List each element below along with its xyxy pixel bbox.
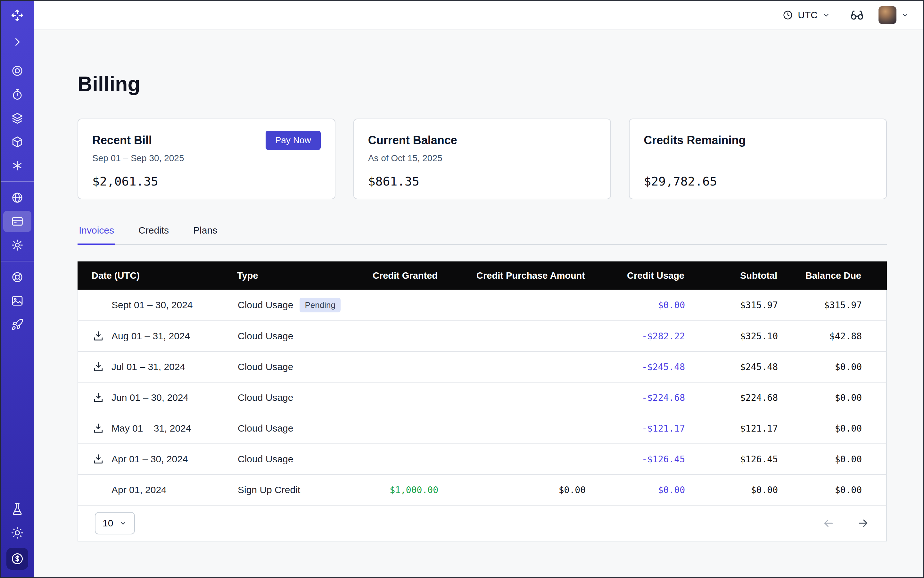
invoice-type: Cloud Usage [238,300,293,310]
balance-due-cell: $0.00 [796,485,887,495]
card-subtitle [644,153,872,164]
dollar-icon [10,552,24,566]
invoice-date: Apr 01 – 30, 2024 [112,454,188,464]
column-header: Subtotal [702,270,795,281]
page-size-select[interactable]: 10 [95,512,135,534]
subtotal-cell: $245.48 [703,362,796,372]
sidebar-item-gallery[interactable] [1,289,34,313]
balance-due-cell: $42.88 [796,331,887,341]
credit-card-icon [11,215,24,228]
target-icon [11,64,24,77]
invoice-date: Sept 01 – 30, 2024 [112,300,193,310]
card-subtitle: As of Oct 15, 2025 [368,153,596,164]
sidebar-item-settings[interactable] [1,233,34,257]
globe-icon [11,191,24,204]
next-page-button[interactable] [857,517,870,529]
table-header-row: Date (UTC) Type Credit Granted Credit Pu… [78,261,887,290]
sidebar-item-stopwatch[interactable] [1,83,34,106]
invoice-type: Cloud Usage [238,331,293,341]
sidebar-item-target[interactable] [1,59,34,83]
download-icon [92,361,104,373]
table-row: Jun 01 – 30, 2024 Cloud Usage -$224.68 $… [78,382,886,413]
sidebar-item-cube[interactable] [1,130,34,154]
invoice-date: Jun 01 – 30, 2024 [112,392,188,403]
chevron-down-icon [119,519,127,528]
invoice-type: Cloud Usage [238,423,293,434]
subtotal-cell: $121.17 [703,423,796,434]
balance-due-cell: $0.00 [796,393,887,403]
prev-page-button[interactable] [822,517,835,529]
asterisk-icon [11,159,24,172]
download-invoice-button[interactable] [92,453,104,465]
download-invoice-button[interactable] [92,422,104,435]
card-title: Recent Bill [92,134,152,147]
tab-credits[interactable]: Credits [137,225,170,245]
sidebar-divider [1,261,34,261]
sidebar-item-theme[interactable] [1,521,34,545]
layers-icon [11,112,24,125]
credit-usage-cell: $0.00 [604,485,703,495]
arrow-left-icon [822,517,835,529]
credit-usage-cell: -$126.45 [604,454,703,464]
sidebar-item-layers[interactable] [1,106,34,130]
balance-due-cell: $0.00 [796,454,887,464]
table-row: Jul 01 – 31, 2024 Cloud Usage -$245.48 $… [78,351,886,382]
card-subtitle: Sep 01 – Sep 30, 2025 [92,153,321,164]
invoice-date: May 01 – 31, 2024 [112,423,191,434]
download-icon [92,422,104,435]
account-menu-button[interactable] [879,6,909,24]
column-header: Type [222,270,359,281]
subtotal-cell: $0.00 [703,485,796,495]
arrow-right-icon [857,517,870,529]
summary-cards: Recent Bill Pay Now Sep 01 – Sep 30, 202… [78,119,887,199]
flask-icon [11,503,24,516]
download-icon [92,330,104,342]
download-invoice-button[interactable] [92,330,104,342]
sidebar-collapse-button[interactable] [1,30,34,54]
sidebar-divider [1,181,34,182]
credit-usage-cell: -$245.48 [604,362,703,372]
column-header: Credit Purchase Amount [456,270,603,281]
column-header: Balance Due [795,270,887,281]
download-invoice-button[interactable] [92,391,104,404]
table-row: Sept 01 – 30, 2024 Cloud Usage Pending $… [78,290,886,320]
sidebar-item-globe[interactable] [1,186,34,209]
sidebar-item-billing[interactable] [1,209,34,233]
main-content: Billing Recent Bill Pay Now Sep 01 – Sep… [34,30,923,577]
subtotal-cell: $315.97 [703,300,796,310]
table-footer: 10 [78,505,886,541]
avatar [879,6,896,24]
pay-now-button[interactable]: Pay Now [266,131,321,150]
invoice-date: Jul 01 – 31, 2024 [112,361,185,372]
topbar: UTC [34,1,923,30]
glasses-icon [850,8,864,23]
invoice-date: Apr 01, 2024 [112,484,167,495]
invoice-type: Cloud Usage [238,392,293,403]
chevron-down-icon [822,11,830,19]
recent-bill-card: Recent Bill Pay Now Sep 01 – Sep 30, 202… [78,119,335,199]
table-row: Apr 01, 2024 Sign Up Credit $1,000.00 $0… [78,474,886,505]
card-amount: $2,061.35 [92,173,321,190]
card-amount: $861.35 [368,173,596,190]
current-balance-card: Current Balance As of Oct 15, 2025 $861.… [353,119,611,199]
balance-due-cell: $0.00 [796,423,887,434]
timezone-select[interactable]: UTC [783,10,830,21]
balance-due-cell: $315.97 [796,300,887,310]
table-row: Apr 01 – 30, 2024 Cloud Usage -$126.45 $… [78,443,886,474]
table-body: Sept 01 – 30, 2024 Cloud Usage Pending $… [78,290,886,505]
invoice-type: Sign Up Credit [238,484,300,495]
tab-plans[interactable]: Plans [192,225,219,245]
sidebar-item-asterisk[interactable] [1,154,34,177]
sidebar-item-credits[interactable] [6,548,28,570]
sidebar-item-launch[interactable] [1,313,34,336]
app-window: UTC Billing [0,0,924,578]
download-invoice-button[interactable] [92,361,104,373]
sidebar-item-labs[interactable] [1,497,34,521]
status-badge: Pending [300,298,340,312]
clock-icon [783,10,793,21]
balance-due-cell: $0.00 [796,362,887,372]
glasses-button[interactable] [850,8,864,23]
sidebar-item-support[interactable] [1,265,34,289]
credits-remaining-card: Credits Remaining $29,782.65 [629,119,887,199]
tab-invoices[interactable]: Invoices [78,225,115,245]
